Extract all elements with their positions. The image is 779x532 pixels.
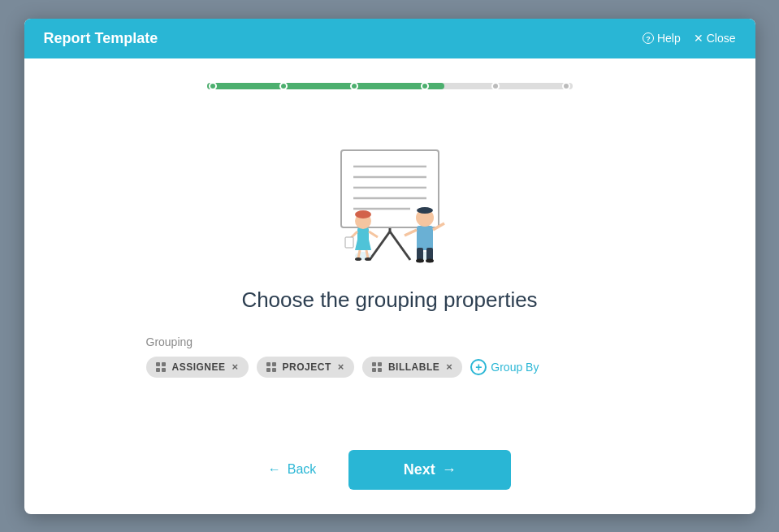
modal-body: Choose the grouping properties Grouping bbox=[24, 58, 755, 434]
progress-dot-4 bbox=[421, 82, 429, 90]
progress-dot-6 bbox=[562, 82, 570, 90]
close-icon: ✕ bbox=[694, 32, 703, 45]
grouping-label: Grouping bbox=[146, 335, 634, 348]
svg-rect-34 bbox=[162, 362, 166, 366]
svg-line-29 bbox=[405, 230, 417, 236]
svg-point-21 bbox=[355, 210, 371, 218]
svg-rect-36 bbox=[162, 368, 166, 372]
svg-line-15 bbox=[366, 250, 368, 258]
svg-line-19 bbox=[369, 231, 378, 237]
tag-assignee: ASSIGNEE × bbox=[146, 357, 249, 378]
tag-assignee-icon bbox=[154, 361, 167, 374]
tag-project: PROJECT × bbox=[257, 357, 354, 378]
tag-project-label: PROJECT bbox=[283, 361, 331, 373]
tag-billable: BILLABLE × bbox=[362, 357, 462, 378]
back-button[interactable]: ← Back bbox=[268, 462, 317, 477]
svg-marker-13 bbox=[355, 240, 371, 250]
main-heading: Choose the grouping properties bbox=[241, 288, 537, 313]
modal-header: Report Template ? Help ✕ Close bbox=[24, 19, 755, 58]
presentation-illustration bbox=[305, 114, 475, 268]
illustration bbox=[305, 114, 475, 268]
svg-point-28 bbox=[426, 258, 434, 262]
help-icon: ? bbox=[643, 32, 654, 44]
tag-billable-label: BILLABLE bbox=[388, 361, 439, 373]
tag-project-close[interactable]: × bbox=[338, 361, 344, 373]
svg-point-32 bbox=[417, 207, 433, 214]
tag-billable-icon bbox=[370, 361, 383, 374]
back-arrow-icon: ← bbox=[268, 462, 281, 477]
svg-rect-42 bbox=[378, 362, 382, 366]
group-by-button[interactable]: + Group By bbox=[470, 359, 539, 375]
progress-bar bbox=[207, 83, 573, 89]
progress-dots bbox=[207, 82, 573, 90]
svg-rect-43 bbox=[372, 368, 376, 372]
tag-assignee-label: ASSIGNEE bbox=[172, 361, 226, 373]
help-button[interactable]: ? Help bbox=[643, 32, 681, 45]
group-by-label: Group By bbox=[491, 361, 539, 374]
modal-title: Report Template bbox=[44, 30, 158, 47]
svg-rect-35 bbox=[156, 368, 160, 372]
group-by-plus-icon: + bbox=[470, 359, 487, 375]
grouping-section: Grouping ASSIGNEE × bbox=[146, 335, 634, 378]
tag-billable-close[interactable]: × bbox=[446, 361, 452, 373]
svg-text:?: ? bbox=[646, 35, 651, 43]
modal: Report Template ? Help ✕ Close bbox=[24, 19, 755, 514]
svg-line-14 bbox=[358, 250, 360, 258]
progress-dot-1 bbox=[209, 82, 217, 90]
svg-rect-44 bbox=[378, 368, 382, 372]
progress-dot-5 bbox=[491, 82, 500, 90]
svg-rect-39 bbox=[266, 368, 270, 372]
svg-point-16 bbox=[355, 257, 361, 261]
svg-point-17 bbox=[365, 257, 371, 261]
progress-dot-2 bbox=[279, 82, 288, 90]
svg-rect-33 bbox=[156, 362, 160, 366]
modal-footer: ← Back Next → bbox=[24, 434, 755, 514]
tag-project-icon bbox=[265, 361, 278, 374]
tag-assignee-close[interactable]: × bbox=[232, 361, 239, 373]
close-button[interactable]: ✕ Close bbox=[694, 32, 736, 45]
svg-rect-41 bbox=[372, 362, 376, 366]
next-arrow-icon: → bbox=[442, 461, 457, 478]
svg-line-2 bbox=[370, 231, 390, 260]
grouping-tags-row: ASSIGNEE × PROJECT × bbox=[146, 357, 634, 378]
svg-rect-38 bbox=[272, 362, 276, 366]
svg-point-27 bbox=[416, 258, 424, 262]
svg-rect-40 bbox=[272, 368, 276, 372]
progress-dot-3 bbox=[350, 82, 358, 90]
svg-rect-22 bbox=[345, 237, 353, 248]
header-actions: ? Help ✕ Close bbox=[643, 32, 736, 45]
svg-rect-24 bbox=[417, 226, 433, 250]
next-button[interactable]: Next → bbox=[348, 450, 511, 490]
svg-rect-37 bbox=[266, 362, 270, 366]
